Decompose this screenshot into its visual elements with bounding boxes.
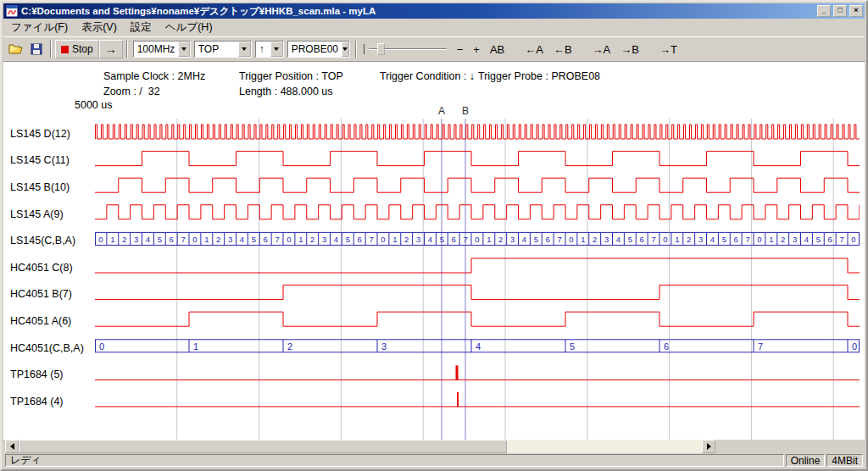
bus-value: 2 [498,235,503,244]
bus-value: 0 [475,235,479,244]
cursor-label-B[interactable]: B [462,105,469,117]
bus-value: 1 [675,235,679,244]
bus-value: 4 [522,235,526,244]
bus-value: 0 [287,235,291,244]
bus-value: 4 [428,235,432,244]
bus-value: 4 [616,235,620,244]
bus-value: 0 [98,235,103,244]
scroll-right-button[interactable] [702,440,715,453]
channel-label-hc4051-c[interactable]: HC4051 C(8) [10,254,84,281]
channel-label-hc4051-a[interactable]: HC4051 A(6) [10,308,84,335]
goto-trigger-button[interactable]: →T [656,43,681,56]
goto-cursor-b-right-button[interactable]: →B [617,43,643,56]
bus-value: 5 [570,341,575,352]
trigger-edge-select[interactable]: ↑ [255,41,284,58]
minimize-button[interactable]: _ [817,5,831,17]
status-online: Online [786,454,826,467]
scrollbar-thumb[interactable] [19,440,507,453]
trigger-probe-value: PROBE00 [288,42,342,57]
stop-button[interactable]: Stop [55,40,99,58]
scroll-left-button[interactable] [5,440,19,453]
menu-help[interactable]: ヘルプ(H) [159,19,220,36]
bus-value: 1 [392,235,397,244]
bus-value: 0 [851,235,855,244]
channel-label-hc4051-b[interactable]: HC4051 B(7) [10,281,84,308]
scrollbar-track[interactable] [507,440,702,453]
bus-value: 6 [358,235,362,244]
run-button[interactable]: → [99,40,123,58]
bus-value: 4 [240,235,244,244]
bus-value: 2 [593,235,597,244]
trigger-probe-select[interactable]: PROBE00 [287,41,350,58]
dropdown-arrow[interactable] [270,42,283,57]
goto-cursor-a-right-button[interactable]: →A [589,43,615,56]
horizontal-scrollbar-row [3,440,865,453]
trigger-condition-info: Trigger Condition : ↓ [380,70,475,82]
menu-view[interactable]: 表示(V) [75,19,124,36]
cursor-label-A[interactable]: A [438,105,445,117]
bus-value: 5 [534,235,538,244]
bus-value: 5 [346,235,350,244]
bus-value: 6 [734,235,738,244]
bus-value: 7 [463,235,467,244]
horizontal-scrollbar[interactable] [5,440,715,453]
bus-value: 7 [369,235,373,244]
floppy-disk-icon [31,43,42,55]
bus-value: 1 [487,235,491,244]
channel-label-ls145-b[interactable]: LS145 B(10) [10,174,84,201]
waveform-svg[interactable]: AB01234567012345670123456701234567012345… [95,105,860,440]
zoom-out-button[interactable]: − [453,43,467,56]
menubar: ファイル(F) 表示(V) 設定 ヘルプ(H) [3,19,865,37]
trigger-edge-value: ↑ [256,42,268,57]
trace-LS145 A(9) [95,205,860,219]
channel-label-tp1684-4[interactable]: TP1684 (4) [10,388,84,415]
bus-value: 1 [298,235,303,244]
channel-label-ls145-c[interactable]: LS145 C(11) [10,147,84,175]
bus-value: 1 [769,235,773,244]
trigger-position-info: Trigger Position : TOP [239,70,343,82]
bus-value: 6 [170,235,174,244]
close-button[interactable]: × [849,5,863,17]
trace-HC4051 C(8) [95,258,860,273]
dropdown-arrow[interactable] [178,42,189,57]
bus-value: 3 [322,235,326,244]
bus-value: 6 [452,235,456,244]
bus-value: 0 [663,235,667,244]
channel-label-ls145-d[interactable]: LS145 D(12) [10,120,84,147]
bus-value: 6 [640,235,644,244]
channel-label-hc4051-bus[interactable]: HC4051(C,B,A) [10,335,84,362]
dropdown-arrow[interactable] [238,42,251,57]
trace-HC4051 A(6) [95,312,860,326]
bus-value: 0 [381,235,385,244]
bus-value: 4 [146,235,150,244]
trigger-probe-info: Trigger Probe : PROBE08 [478,70,600,82]
goto-cursor-b-left-button[interactable]: ←B [550,43,576,56]
bus-value: 3 [510,235,515,244]
menu-file[interactable]: ファイル(F) [4,19,75,36]
sample-clock-select[interactable]: 100MHz [133,41,191,58]
maximize-button[interactable]: □ [833,5,847,17]
trace-LS145 C(11) [95,152,860,166]
menu-settings[interactable]: 設定 [124,19,159,36]
waveform-client-area: Sample Clock : 2MHz Trigger Position : T… [3,62,865,440]
zoom-in-button[interactable]: + [470,43,483,56]
bus-value: 5 [440,235,444,244]
bus-value: 2 [122,235,126,244]
channel-label-tp1684-5[interactable]: TP1684 (5) [10,361,84,388]
bus-value: 3 [793,235,797,244]
channel-label-ls145-a[interactable]: LS145 A(9) [10,201,84,228]
goto-cursor-a-left-button[interactable]: ←A [521,43,547,56]
trigger-position-select[interactable]: TOP [194,41,252,58]
slider-thumb[interactable] [377,43,385,55]
dropdown-arrow[interactable] [342,42,349,57]
open-file-button[interactable] [6,40,26,58]
app-window: C:¥Documents and Settings¥noname¥デスクトップ¥… [0,0,868,471]
bus-value: 1 [204,235,209,244]
bus-value: 7 [651,235,655,244]
bus-value: 7 [557,235,561,244]
zoom-slider[interactable] [369,41,447,58]
channel-label-ls145-bus[interactable]: LS145(C,B,A) [10,227,84,254]
ab-button[interactable]: AB [487,43,508,56]
bus-value: 3 [698,235,703,244]
save-button[interactable] [26,40,47,58]
